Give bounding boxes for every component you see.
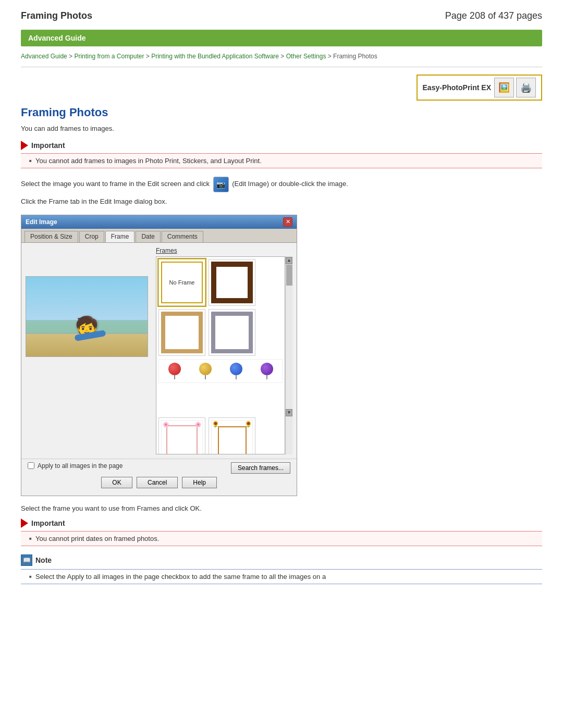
intro-text: You can add frames to images. (21, 125, 542, 132)
cancel-button[interactable]: Cancel (137, 477, 178, 488)
important-arrow-icon (21, 141, 28, 150)
edit-image-dialog: Edit Image ✕ Position & Size Crop Frame … (21, 215, 297, 496)
frame-sunflowers[interactable]: 🌻 🌻 🌻 🌻 (209, 417, 255, 454)
important-item-2: You cannot print dates on framed photos. (29, 535, 534, 542)
frames-label: Frames (156, 247, 292, 254)
product-icons: 🖼️ 🖨️ (494, 78, 536, 97)
breadcrumb-advanced-guide[interactable]: Advanced Guide (21, 53, 67, 60)
frame-no-frame[interactable]: No Frame (158, 259, 205, 306)
advanced-guide-banner: Advanced Guide (21, 30, 542, 46)
dialog-button-row: OK Cancel Help (30, 477, 288, 488)
search-frames-button[interactable]: Search frames... (231, 462, 290, 474)
frame-wood-light[interactable] (158, 309, 205, 356)
product-icon-1: 🖼️ (494, 78, 514, 97)
product-logo-area: Easy-PhotoPrint EX 🖼️ 🖨️ (21, 75, 542, 101)
breadcrumb-printing-computer[interactable]: Printing from a Computer (74, 53, 144, 60)
important-arrow-icon-2 (21, 519, 28, 528)
main-heading: Framing Photos (21, 106, 542, 119)
tab-frame[interactable]: Frame (105, 231, 135, 242)
checkbox-row: Apply to all images in the page (28, 462, 123, 470)
select-instruction: Select the frame you want to use from Fr… (21, 503, 542, 514)
important-label-2: Important (31, 519, 65, 527)
balloon-blue (230, 363, 242, 379)
note-block: 📖 Note Select the Apply to all images in… (21, 554, 542, 584)
important-item-1: You cannot add frames to images in Photo… (29, 157, 534, 165)
dialog-bottom: Apply to all images in the page Search f… (21, 459, 297, 496)
frames-grid-wrapper: No Frame (156, 256, 292, 454)
edit-image-icon: 📷 (213, 177, 229, 192)
frame-flowers[interactable]: 🌸 🌸 🌸 🌸 (158, 417, 205, 454)
note-header: 📖 Note (21, 554, 542, 566)
dialog-tabs: Position & Size Crop Frame Date Comments (21, 229, 297, 243)
header-divider (21, 67, 542, 67)
important-header-2: Important (21, 519, 542, 528)
note-item-1: Select the Apply to all images in the pa… (29, 573, 534, 581)
page-number: Page 208 of 437 pages (445, 10, 542, 21)
important-header-1: Important (21, 141, 542, 150)
banner-label: Advanced Guide (28, 34, 85, 42)
dialog-left-panel: 🧒 (26, 247, 151, 454)
dialog-close-button[interactable]: ✕ (283, 217, 292, 227)
frames-scrollbar[interactable]: ▲ ▼ (285, 256, 292, 454)
tab-comments[interactable]: Comments (162, 231, 203, 242)
note-icon: 📖 (21, 554, 32, 566)
scrollbar-thumb[interactable] (286, 265, 292, 286)
note-label: Note (35, 556, 52, 564)
balloon-red (168, 363, 181, 379)
page-header: Framing Photos Page 208 of 437 pages (21, 10, 542, 21)
frames-grid-content: No Frame (156, 256, 285, 454)
no-frame-visual: No Frame (161, 262, 203, 303)
apply-all-checkbox[interactable] (28, 462, 34, 469)
important-block-1: Important You cannot add frames to image… (21, 141, 542, 168)
breadcrumb-other-settings[interactable]: Other Settings (286, 53, 326, 60)
breadcrumb-bundled-software[interactable]: Printing with the Bundled Application So… (151, 53, 279, 60)
product-logo-box: Easy-PhotoPrint EX 🖼️ 🖨️ (417, 75, 542, 101)
dialog-footer: OK Cancel Help (26, 477, 292, 492)
no-frame-label: No Frame (169, 279, 195, 286)
instruction-1: Select the image you want to frame in th… (21, 177, 542, 192)
apply-all-label: Apply to all images in the page (38, 462, 123, 470)
product-logo-text: Easy-PhotoPrint EX (423, 83, 491, 92)
photo-preview: 🧒 (26, 276, 148, 357)
note-content: Select the Apply to all images in the pa… (21, 569, 542, 584)
product-icon-2: 🖨️ (516, 78, 536, 97)
wood-light-visual (161, 312, 203, 353)
dialog-body: 🧒 Frames No Frame (21, 243, 297, 459)
dialog-titlebar: Edit Image ✕ (21, 215, 297, 229)
dialog-right-panel: Frames No Frame (156, 247, 292, 454)
important-label-1: Important (31, 141, 65, 150)
wood-dark-visual (211, 262, 253, 303)
tab-position-size[interactable]: Position & Size (25, 231, 78, 242)
silver-visual (211, 312, 253, 353)
balloon-yellow (199, 363, 212, 379)
sunflowers-visual: 🌻 🌻 🌻 🌻 (211, 420, 253, 454)
tab-date[interactable]: Date (136, 231, 160, 242)
flowers-visual: 🌸 🌸 🌸 🌸 (161, 420, 203, 454)
page-title-header: Framing Photos (21, 10, 92, 21)
frame-silver[interactable] (209, 309, 255, 356)
important-content-2: You cannot print dates on framed photos. (21, 531, 542, 546)
dialog-title: Edit Image (26, 218, 57, 226)
breadcrumb: Advanced Guide > Printing from a Compute… (21, 52, 542, 61)
help-button[interactable]: Help (182, 477, 217, 488)
instruction-2: Click the Frame tab in the Edit Image di… (21, 196, 542, 207)
tab-crop[interactable]: Crop (79, 231, 104, 242)
important-block-2: Important You cannot print dates on fram… (21, 519, 542, 546)
empty-row (158, 386, 283, 417)
important-content-1: You cannot add frames to images in Photo… (21, 153, 542, 168)
frame-wood-dark[interactable] (209, 259, 255, 306)
ok-button[interactable]: OK (101, 477, 132, 488)
balloon-purple (261, 363, 273, 379)
